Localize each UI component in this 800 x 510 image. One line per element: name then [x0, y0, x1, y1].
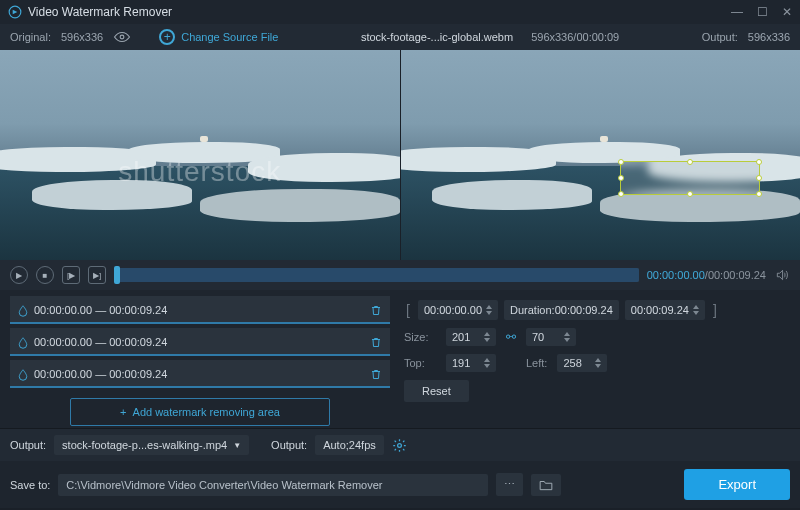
topbar: Original: 596x336 + Change Source File s…: [0, 24, 800, 50]
titlebar: Video Watermark Remover — ☐ ✕: [0, 0, 800, 24]
duration-end-input[interactable]: 00:00:09.24: [625, 300, 705, 320]
preview-row: shutterstock: [0, 50, 800, 260]
app-logo-icon: [8, 5, 22, 19]
selection-box[interactable]: [620, 161, 760, 195]
source-info: 596x336/00:00:09: [531, 31, 619, 43]
spin-down[interactable]: [486, 311, 492, 315]
drop-icon: [18, 369, 28, 379]
delete-area-button[interactable]: [370, 368, 382, 381]
handle-top[interactable]: [687, 159, 693, 165]
save-to-label: Save to:: [10, 479, 50, 491]
maximize-button[interactable]: ☐: [757, 5, 768, 19]
timecode: 00:00:00.00/00:00:09.24: [647, 269, 766, 281]
left-input[interactable]: 258: [557, 354, 607, 372]
bracket-left-icon[interactable]: [: [404, 302, 412, 318]
top-input[interactable]: 191: [446, 354, 496, 372]
change-source-label: Change Source File: [181, 31, 278, 43]
bracket-right-icon[interactable]: ]: [711, 302, 719, 318]
area-params: [ 00:00:00.00 Duration:00:00:09.24 00:00…: [400, 296, 790, 426]
spin-down[interactable]: [484, 338, 490, 342]
output-format-select[interactable]: Auto;24fps: [315, 435, 384, 455]
area-item[interactable]: 00:00:00.00 — 00:00:09.24: [10, 296, 390, 324]
source-filename: stock-footage-...ic-global.webm: [361, 31, 513, 43]
output-label: Output:: [702, 31, 738, 43]
save-path-input[interactable]: C:\Vidmore\Vidmore Video Converter\Video…: [58, 474, 488, 496]
output-settings-icon[interactable]: [392, 438, 407, 453]
settings-row: 00:00:00.00 — 00:00:09.24 00:00:00.00 — …: [0, 290, 800, 428]
mark-out-button[interactable]: ▶]: [88, 266, 106, 284]
export-button[interactable]: Export: [684, 469, 790, 500]
area-item[interactable]: 00:00:00.00 — 00:00:09.24: [10, 328, 390, 356]
watermark-text: shutterstock: [118, 156, 281, 188]
width-input[interactable]: 201: [446, 328, 496, 346]
open-folder-button[interactable]: [531, 474, 561, 496]
output-filename-input[interactable]: stock-footage-p...es-walking-.mp4 ▼: [54, 435, 249, 455]
close-button[interactable]: ✕: [782, 5, 792, 19]
height-input[interactable]: 70: [526, 328, 576, 346]
preview-original: shutterstock: [0, 50, 400, 260]
drop-icon: [18, 337, 28, 347]
svg-point-2: [397, 443, 401, 447]
timeline-slider[interactable]: [114, 268, 639, 282]
handle-bottom-right[interactable]: [756, 191, 762, 197]
size-row: Size: 201 ⚯ 70: [404, 328, 786, 346]
spin-up[interactable]: [484, 332, 490, 336]
handle-bottom[interactable]: [687, 191, 693, 197]
delete-area-button[interactable]: [370, 304, 382, 317]
dropdown-icon[interactable]: ▼: [233, 441, 241, 450]
left-label: Left:: [526, 357, 547, 369]
reset-button[interactable]: Reset: [404, 380, 469, 402]
spin-up[interactable]: [564, 332, 570, 336]
top-label: Top:: [404, 357, 436, 369]
spin-up[interactable]: [693, 305, 699, 309]
timecode-current: 00:00:00.00: [647, 269, 705, 281]
delete-area-button[interactable]: [370, 336, 382, 349]
spin-up[interactable]: [484, 358, 490, 362]
add-area-button[interactable]: + Add watermark removing area: [70, 398, 330, 426]
spin-down[interactable]: [693, 311, 699, 315]
preview-output[interactable]: [400, 50, 801, 260]
app-title: Video Watermark Remover: [28, 5, 172, 19]
spin-up[interactable]: [595, 358, 601, 362]
output-row: Output: stock-footage-p...es-walking-.mp…: [0, 428, 800, 461]
plus-icon: +: [120, 406, 126, 418]
handle-top-left[interactable]: [618, 159, 624, 165]
output-format-label: Output:: [271, 439, 307, 451]
area-item[interactable]: 00:00:00.00 — 00:00:09.24: [10, 360, 390, 388]
plus-icon: +: [159, 29, 175, 45]
svg-point-1: [120, 35, 124, 39]
handle-left[interactable]: [618, 175, 624, 181]
timecode-total: 00:00:09.24: [708, 269, 766, 281]
minimize-button[interactable]: —: [731, 5, 743, 19]
position-row: Top: 191 Left: 258: [404, 354, 786, 372]
change-source-button[interactable]: + Change Source File: [159, 29, 278, 45]
original-label: Original:: [10, 31, 51, 43]
add-area-label: Add watermark removing area: [133, 406, 280, 418]
stop-button[interactable]: ■: [36, 266, 54, 284]
player-controls: ▶ ■ [▶ ▶] 00:00:00.00/00:00:09.24: [0, 260, 800, 290]
output-file-label: Output:: [10, 439, 46, 451]
save-row: Save to: C:\Vidmore\Vidmore Video Conver…: [0, 461, 800, 508]
spin-down[interactable]: [484, 364, 490, 368]
spin-up[interactable]: [486, 305, 492, 309]
output-dims: 596x336: [748, 31, 790, 43]
duration-start-input[interactable]: 00:00:00.00: [418, 300, 498, 320]
volume-icon[interactable]: [774, 268, 790, 282]
play-button[interactable]: ▶: [10, 266, 28, 284]
area-list: 00:00:00.00 — 00:00:09.24 00:00:00.00 — …: [10, 296, 390, 426]
duration-row: [ 00:00:00.00 Duration:00:00:09.24 00:00…: [404, 300, 786, 320]
spin-down[interactable]: [595, 364, 601, 368]
link-aspect-icon[interactable]: ⚯: [506, 330, 516, 344]
original-dims: 596x336: [61, 31, 103, 43]
spin-down[interactable]: [564, 338, 570, 342]
timeline-playhead[interactable]: [114, 266, 120, 284]
drop-icon: [18, 305, 28, 315]
preview-toggle-icon[interactable]: [113, 31, 131, 43]
browse-path-button[interactable]: ⋯: [496, 473, 523, 496]
mark-in-button[interactable]: [▶: [62, 266, 80, 284]
duration-length-input[interactable]: Duration:00:00:09.24: [504, 300, 619, 320]
size-label: Size:: [404, 331, 436, 343]
